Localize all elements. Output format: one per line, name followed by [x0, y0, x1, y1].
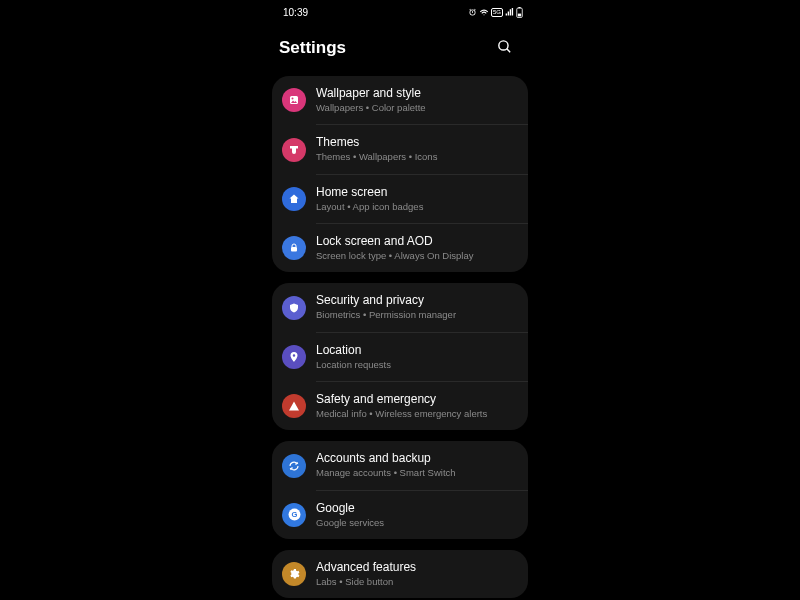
settings-item-title: Safety and emergency	[316, 392, 518, 407]
settings-item-google[interactable]: G Google Google services	[272, 491, 528, 539]
settings-item-subtitle: Location requests	[316, 359, 518, 371]
location-icon	[282, 345, 306, 369]
settings-item-subtitle: Wallpapers • Color palette	[316, 102, 518, 114]
themes-icon	[282, 138, 306, 162]
settings-item-subtitle: Themes • Wallpapers • Icons	[316, 151, 518, 163]
signal-icon	[505, 8, 514, 17]
settings-item-advanced[interactable]: Advanced features Labs • Side button	[272, 550, 528, 598]
wallpaper-icon	[282, 88, 306, 112]
settings-item-subtitle: Layout • App icon badges	[316, 201, 518, 213]
svg-rect-1	[518, 7, 520, 8]
svg-point-6	[292, 98, 294, 100]
settings-item-subtitle: Google services	[316, 517, 518, 529]
lock-icon	[282, 236, 306, 260]
header: Settings	[265, 20, 535, 76]
settings-item-security[interactable]: Security and privacy Biometrics • Permis…	[272, 283, 528, 331]
page-title: Settings	[279, 38, 346, 58]
gear-icon	[282, 562, 306, 586]
svg-rect-2	[518, 13, 521, 16]
google-icon: G	[282, 503, 306, 527]
settings-item-title: Security and privacy	[316, 293, 518, 308]
settings-item-accounts[interactable]: Accounts and backup Manage accounts • Sm…	[272, 441, 528, 489]
settings-item-text: Safety and emergency Medical info • Wire…	[316, 392, 518, 420]
emergency-icon	[282, 394, 306, 418]
settings-item-subtitle: Biometrics • Permission manager	[316, 309, 518, 321]
search-icon	[496, 43, 513, 58]
svg-line-4	[507, 49, 510, 52]
settings-item-home[interactable]: Home screen Layout • App icon badges	[272, 175, 528, 223]
status-bar: 10:39 5G	[265, 0, 535, 20]
settings-group: Wallpaper and style Wallpapers • Color p…	[272, 76, 528, 272]
search-button[interactable]	[492, 34, 517, 62]
settings-item-subtitle: Screen lock type • Always On Display	[316, 250, 518, 262]
home-icon	[282, 187, 306, 211]
settings-item-subtitle: Manage accounts • Smart Switch	[316, 467, 518, 479]
svg-point-3	[499, 41, 508, 50]
settings-item-text: Advanced features Labs • Side button	[316, 560, 518, 588]
status-time: 10:39	[283, 7, 308, 18]
settings-item-title: Wallpaper and style	[316, 86, 518, 101]
settings-group: Advanced features Labs • Side button	[272, 550, 528, 598]
settings-item-title: Home screen	[316, 185, 518, 200]
alarm-icon	[468, 8, 477, 17]
svg-rect-7	[291, 247, 297, 252]
settings-list: Wallpaper and style Wallpapers • Color p…	[265, 76, 535, 598]
settings-item-location[interactable]: Location Location requests	[272, 333, 528, 381]
status-icons: 5G	[468, 7, 523, 18]
svg-text:G: G	[291, 510, 297, 519]
settings-group: Accounts and backup Manage accounts • Sm…	[272, 441, 528, 539]
settings-item-text: Lock screen and AOD Screen lock type • A…	[316, 234, 518, 262]
settings-item-title: Advanced features	[316, 560, 518, 575]
settings-item-text: Google Google services	[316, 501, 518, 529]
wifi-icon	[479, 8, 489, 17]
settings-item-title: Google	[316, 501, 518, 516]
settings-item-text: Home screen Layout • App icon badges	[316, 185, 518, 213]
settings-item-safety[interactable]: Safety and emergency Medical info • Wire…	[272, 382, 528, 430]
settings-item-title: Location	[316, 343, 518, 358]
settings-group: Security and privacy Biometrics • Permis…	[272, 283, 528, 430]
settings-item-text: Security and privacy Biometrics • Permis…	[316, 293, 518, 321]
settings-item-title: Lock screen and AOD	[316, 234, 518, 249]
settings-item-text: Wallpaper and style Wallpapers • Color p…	[316, 86, 518, 114]
settings-item-title: Themes	[316, 135, 518, 150]
settings-item-text: Themes Themes • Wallpapers • Icons	[316, 135, 518, 163]
volte-icon: 5G	[491, 8, 503, 17]
settings-item-subtitle: Labs • Side button	[316, 576, 518, 588]
settings-item-text: Accounts and backup Manage accounts • Sm…	[316, 451, 518, 479]
settings-item-text: Location Location requests	[316, 343, 518, 371]
settings-item-subtitle: Medical info • Wireless emergency alerts	[316, 408, 518, 420]
settings-item-wallpaper[interactable]: Wallpaper and style Wallpapers • Color p…	[272, 76, 528, 124]
settings-item-lock[interactable]: Lock screen and AOD Screen lock type • A…	[272, 224, 528, 272]
settings-item-themes[interactable]: Themes Themes • Wallpapers • Icons	[272, 125, 528, 173]
battery-icon	[516, 7, 523, 18]
shield-icon	[282, 296, 306, 320]
sync-icon	[282, 454, 306, 478]
phone-screen: 10:39 5G Settings	[265, 0, 535, 600]
settings-item-title: Accounts and backup	[316, 451, 518, 466]
